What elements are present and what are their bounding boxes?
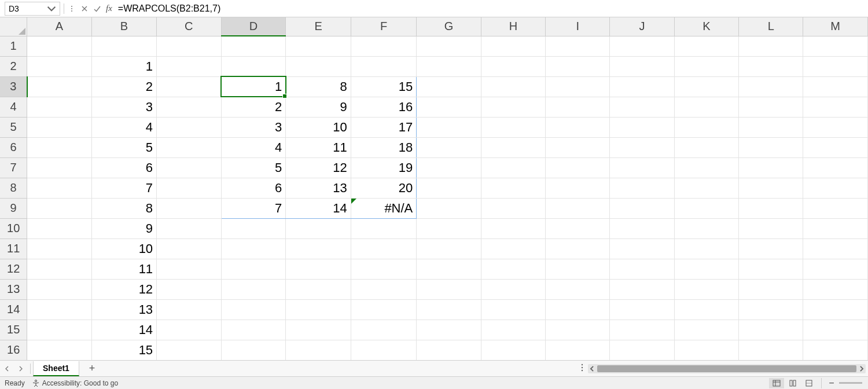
cell-G13[interactable] [417, 279, 481, 299]
cell-J16[interactable] [610, 340, 674, 360]
cell-B16[interactable]: 15 [91, 340, 156, 360]
cell-L12[interactable] [739, 259, 803, 279]
cell-E15[interactable] [286, 320, 351, 340]
cell-M2[interactable] [803, 56, 868, 76]
cell-B3[interactable]: 2 [91, 76, 156, 97]
cell-J4[interactable] [610, 97, 674, 117]
cell-G4[interactable] [417, 97, 481, 117]
col-header-M[interactable]: M [803, 17, 868, 36]
col-header-J[interactable]: J [610, 17, 674, 36]
cell-K1[interactable] [674, 36, 738, 56]
cell-F5[interactable]: 17 [351, 117, 417, 137]
cell-L11[interactable] [739, 238, 803, 259]
cell-E11[interactable] [286, 238, 351, 259]
cell-C3[interactable] [157, 76, 221, 97]
cell-I6[interactable] [546, 137, 610, 157]
cell-E6[interactable]: 11 [286, 137, 351, 157]
cell-B14[interactable]: 13 [91, 299, 156, 320]
cell-M4[interactable] [803, 97, 868, 117]
cell-A11[interactable] [27, 238, 91, 259]
cell-H3[interactable] [481, 76, 545, 97]
cell-A6[interactable] [27, 137, 91, 157]
cell-B6[interactable]: 5 [91, 137, 156, 157]
row-header-11[interactable]: 11 [0, 238, 27, 259]
cell-M7[interactable] [803, 157, 868, 178]
cell-L7[interactable] [739, 157, 803, 178]
cell-D10[interactable] [221, 218, 286, 238]
view-page-layout-icon[interactable] [785, 378, 800, 388]
cell-K16[interactable] [674, 340, 738, 360]
view-page-break-icon[interactable] [801, 378, 816, 388]
cell-K9[interactable] [674, 198, 738, 218]
view-normal-icon[interactable] [769, 378, 784, 388]
cell-G10[interactable] [417, 218, 481, 238]
cell-C4[interactable] [157, 97, 221, 117]
cell-C11[interactable] [157, 238, 221, 259]
cell-H14[interactable] [481, 299, 545, 320]
cell-J7[interactable] [610, 157, 674, 178]
cell-G14[interactable] [417, 299, 481, 320]
row-header-7[interactable]: 7 [0, 157, 27, 178]
cell-B12[interactable]: 11 [91, 259, 156, 279]
cell-A9[interactable] [27, 198, 91, 218]
cell-I10[interactable] [546, 218, 610, 238]
cell-C9[interactable] [157, 198, 221, 218]
cell-E9[interactable]: 14 [286, 198, 351, 218]
cell-I8[interactable] [546, 178, 610, 198]
cell-G7[interactable] [417, 157, 481, 178]
cell-G8[interactable] [417, 178, 481, 198]
cell-G16[interactable] [417, 340, 481, 360]
cell-M15[interactable] [803, 320, 868, 340]
cell-A10[interactable] [27, 218, 91, 238]
cell-K15[interactable] [674, 320, 738, 340]
cell-L10[interactable] [739, 218, 803, 238]
cell-E2[interactable] [286, 56, 351, 76]
cancel-icon[interactable] [78, 2, 91, 15]
cell-K5[interactable] [674, 117, 738, 137]
cell-J8[interactable] [610, 178, 674, 198]
cell-D1[interactable] [221, 36, 286, 56]
cell-H8[interactable] [481, 178, 545, 198]
cell-M1[interactable] [803, 36, 868, 56]
cell-M9[interactable] [803, 198, 868, 218]
cell-J11[interactable] [610, 238, 674, 259]
cell-F10[interactable] [351, 218, 417, 238]
cell-K2[interactable] [674, 56, 738, 76]
cell-M8[interactable] [803, 178, 868, 198]
cell-A12[interactable] [27, 259, 91, 279]
cell-B11[interactable]: 10 [91, 238, 156, 259]
cell-L14[interactable] [739, 299, 803, 320]
cell-L6[interactable] [739, 137, 803, 157]
cell-C5[interactable] [157, 117, 221, 137]
tab-options-icon[interactable] [576, 364, 588, 373]
cell-E8[interactable]: 13 [286, 178, 351, 198]
cell-D4[interactable]: 2 [221, 97, 286, 117]
tab-nav-next-icon[interactable] [14, 362, 28, 376]
cell-E12[interactable] [286, 259, 351, 279]
cell-F16[interactable] [351, 340, 417, 360]
cell-M16[interactable] [803, 340, 868, 360]
enter-icon[interactable] [91, 2, 104, 15]
cell-M11[interactable] [803, 238, 868, 259]
cell-D5[interactable]: 3 [221, 117, 286, 137]
cell-L9[interactable] [739, 198, 803, 218]
cell-I9[interactable] [546, 198, 610, 218]
cell-G9[interactable] [417, 198, 481, 218]
row-header-6[interactable]: 6 [0, 137, 27, 157]
col-header-K[interactable]: K [674, 17, 738, 36]
cell-E5[interactable]: 10 [286, 117, 351, 137]
cell-D13[interactable] [221, 279, 286, 299]
cell-G15[interactable] [417, 320, 481, 340]
cell-C1[interactable] [157, 36, 221, 56]
cell-J1[interactable] [610, 36, 674, 56]
cell-G2[interactable] [417, 56, 481, 76]
add-sheet-button[interactable]: + [84, 362, 100, 376]
cell-J15[interactable] [610, 320, 674, 340]
cell-B5[interactable]: 4 [91, 117, 156, 137]
cell-K3[interactable] [674, 76, 738, 97]
cell-E14[interactable] [286, 299, 351, 320]
cell-B7[interactable]: 6 [91, 157, 156, 178]
row-header-12[interactable]: 12 [0, 259, 27, 279]
col-header-G[interactable]: G [417, 17, 481, 36]
cell-B4[interactable]: 3 [91, 97, 156, 117]
